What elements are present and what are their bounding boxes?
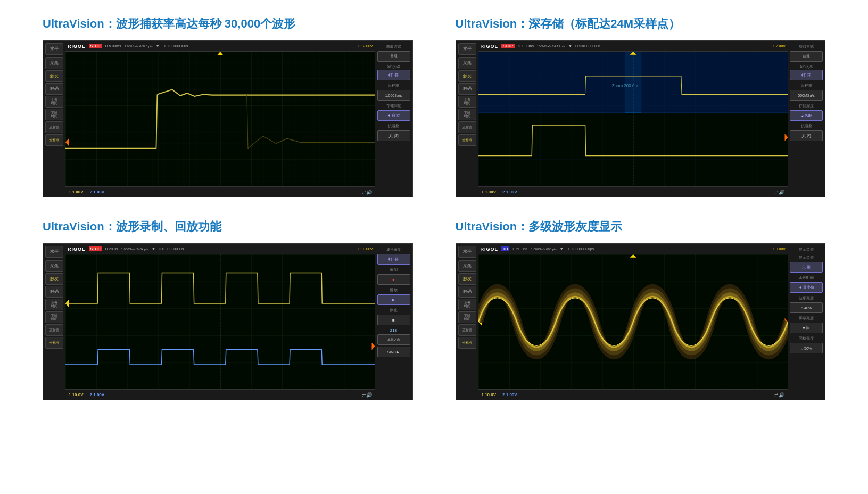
menu-btn-2-2[interactable]: 500MSa/s <box>790 90 823 101</box>
samplerate-2: 100MSa/s 24.1 kpts <box>537 45 565 48</box>
menu-label-sr-2: 采样率 <box>790 83 823 88</box>
menu-label-count-3: 218 <box>377 328 410 333</box>
scope-btn-pos-3[interactable]: 正脉宽 <box>45 324 63 336</box>
menu-btn-1-2[interactable]: 1.000Sa/s <box>377 90 410 101</box>
scope-icon-2: ⇌🔊 <box>774 190 784 195</box>
svg-rect-2 <box>65 52 375 186</box>
trigpos-4: ▼ <box>560 247 564 251</box>
panel-3-title: UltraVision：波形录制、回放功能 <box>43 219 413 235</box>
samplerate-1: 1.000Sa/s 600.0 pts <box>124 45 152 48</box>
menu-title-2: 获取方式 <box>790 44 823 50</box>
scope-btn-cj-3[interactable]: 采集 <box>45 260 63 272</box>
scope-btn-rise-4[interactable]: 上升时间 <box>458 299 476 310</box>
delay-1: D 0.00000000s <box>163 44 188 48</box>
stop-badge-3: STOP <box>89 246 102 251</box>
menu-title-1: 获取方式 <box>377 44 410 50</box>
scope-left-sidebar-2: 水平 采集 触发 解码 上升时间 下降时间 正脉宽 全标准 <box>456 41 478 197</box>
menu-btn-1-4[interactable]: 关 闭 <box>377 130 410 141</box>
scope-btn-hz-3[interactable]: 水平 <box>45 246 63 258</box>
menu-btn-2-4[interactable]: 关 闭 <box>790 130 823 141</box>
scope-btn-std-2[interactable]: 全标准 <box>458 134 476 146</box>
menu-label-anti-2: 抗混叠 <box>790 124 823 129</box>
scope-btn-fall-3[interactable]: 下降时间 <box>45 311 63 323</box>
td-badge-4: TD <box>501 246 509 251</box>
scope-btn-rise[interactable]: 上升时间 <box>45 96 63 108</box>
menu-btn-2-3[interactable]: ◄ 24M <box>790 110 823 121</box>
scope-btn-hz-2[interactable]: 水平 <box>458 43 476 55</box>
scope-topbar-right-2: T ↑ 2.00V <box>770 44 786 48</box>
scope-btn-ch1-v2[interactable]: 触发 <box>458 70 476 82</box>
scope-left-sidebar-3: 水平 采集 触发 解码 上升时间 下降时间 正脉宽 全标准 <box>43 244 65 400</box>
scope-canvas-2: Zoom 200.0ns <box>478 52 788 186</box>
scope-btn-fall-4[interactable]: 下降时间 <box>458 311 476 323</box>
scope-icon-3: ⇌🔊 <box>362 392 372 398</box>
scope-btn-std-4[interactable]: 全标准 <box>458 337 476 349</box>
scope-btn-ch1-v3[interactable]: 触发 <box>45 273 63 285</box>
menu-label-wbright-4: 波形亮度 <box>790 295 823 301</box>
scope-frame-4: 水平 采集 触发 解码 上升时间 下降时间 正脉宽 全标准 RIGOL TD H… <box>456 243 826 400</box>
rigol-logo-3: RIGOL <box>68 246 86 252</box>
scope-btn-fall-2[interactable]: 下降时间 <box>458 109 476 120</box>
svg-text:Zoom 200.0ns: Zoom 200.0ns <box>611 83 639 88</box>
panel-1-title: UltraVision：波形捕获率高达每秒 30,000个波形 <box>43 16 413 32</box>
scope-btn-ch1-v1[interactable]: 触发 <box>45 70 63 82</box>
rigol-logo-4: RIGOL <box>481 246 499 252</box>
menu-btn-4-1[interactable]: ◄ 最小值 <box>790 282 823 293</box>
menu-label-stop-3: 停 止 <box>377 308 410 313</box>
menu-btn-4-3[interactable]: ■ 田 <box>790 323 823 333</box>
menu-btn-4-2[interactable]: ○ 40% <box>790 302 823 313</box>
scope-main-1: RIGOL STOP H 5.00ms 1.000Sa/s 600.0 pts … <box>65 41 375 197</box>
scope-btn-jm-2[interactable]: 解码 <box>458 83 476 95</box>
scope-btn-cj[interactable]: 采集 <box>45 57 63 69</box>
scope-btn-hz[interactable]: 水平 <box>45 43 63 55</box>
scope-left-sidebar-4: 水平 采集 触发 解码 上升时间 下降时间 正脉宽 全标准 <box>456 244 478 400</box>
scope-btn-ch1-v4[interactable]: 触发 <box>458 273 476 285</box>
scope-topbar-3: RIGOL STOP H 20.0s 1.000Sa/s 240k pts ▼ … <box>65 244 375 254</box>
ch2-label-4: 2 1.00V <box>502 392 517 397</box>
scope-btn-hz-4[interactable]: 水平 <box>458 246 476 258</box>
main-grid: UltraVision：波形捕获率高达每秒 30,000个波形 水平 采集 触发… <box>43 16 825 400</box>
menu-label-play-3: 播 放 <box>377 287 410 293</box>
menu-btn-3-1[interactable]: ● <box>377 274 410 285</box>
scope-btn-jm-3[interactable]: 解码 <box>45 286 63 298</box>
trigpos-1: ▼ <box>156 44 160 48</box>
scope-btn-rise-3[interactable]: 上升时间 <box>45 299 63 310</box>
menu-btn-2-0[interactable]: 普通 <box>790 51 823 62</box>
delay-2: D 936.000000s <box>575 44 600 48</box>
scope-btn-jm[interactable]: 解码 <box>45 83 63 95</box>
menu-btn-1-3[interactable]: ◄ 自 动 <box>377 110 410 121</box>
scope-btn-std[interactable]: 全标准 <box>45 134 63 146</box>
timebase-3: H 20.0s <box>105 247 118 251</box>
menu-btn-1-1[interactable]: 打 开 <box>377 70 410 80</box>
scope-topbar-right-3: T ↑ 0.00V <box>357 247 373 251</box>
scope-btn-std-3[interactable]: 全标准 <box>45 337 63 349</box>
menu-btn-3-2[interactable]: ► <box>377 294 410 305</box>
menu-btn-3-3[interactable]: ■ <box>377 315 410 325</box>
scope-btn-rise-2[interactable]: 上升时间 <box>458 96 476 108</box>
scope-frame-3: 水平 采集 触发 解码 上升时间 下降时间 正脉宽 全标准 RIGOL STOP… <box>43 243 413 400</box>
scope-btn-cj-4[interactable]: 采集 <box>458 260 476 272</box>
scope-canvas-1 <box>65 52 375 186</box>
trigpos-2: ▼ <box>568 44 572 48</box>
trigger-1: T ↑ 2.00V <box>357 44 373 48</box>
menu-btn-4-4[interactable]: ○ 50% <box>790 343 823 353</box>
scope-btn-pos-2[interactable]: 正脉宽 <box>458 121 476 133</box>
menu-btn-1-0[interactable]: 普通 <box>377 51 410 62</box>
scope-btn-pos-4[interactable]: 正脉宽 <box>458 324 476 336</box>
scope-btn-fall[interactable]: 下降时间 <box>45 109 63 120</box>
scope-canvas-3: 219/218 <box>65 254 375 389</box>
scope-bottombar-4: 1 10.0V 2 1.00V ⇌🔊 <box>478 389 788 400</box>
menu-btn-3-5[interactable]: SINC► <box>377 347 410 357</box>
rigol-logo-2: RIGOL <box>481 44 499 49</box>
scope-btn-pos[interactable]: 正脉宽 <box>45 121 63 133</box>
grid-svg-4 <box>478 254 788 389</box>
scope-btn-cj-2[interactable]: 采集 <box>458 57 476 69</box>
scope-bottombar-3: 1 10.0V 2 1.00V ⇌🔊 <box>65 389 375 400</box>
menu-btn-3-0[interactable]: 打 开 <box>377 254 410 265</box>
scope-topbar-right-1: T ↑ 2.00V <box>357 44 373 48</box>
scope-btn-jm-4[interactable]: 解码 <box>458 286 476 298</box>
menu-btn-3-4[interactable]: 单前方向 <box>377 334 410 345</box>
trigger-3: T ↑ 0.00V <box>357 247 373 251</box>
menu-btn-4-0[interactable]: 矢 量 <box>790 262 823 273</box>
menu-btn-2-1[interactable]: 打 开 <box>790 70 823 80</box>
